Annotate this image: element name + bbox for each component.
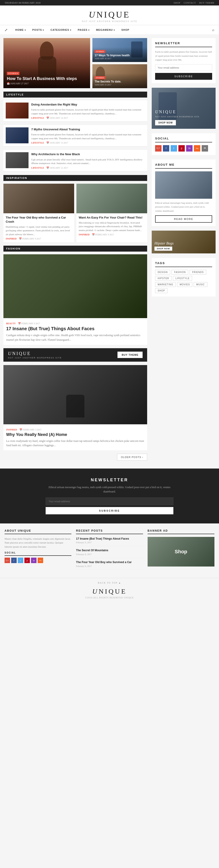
social-icon-facebook[interactable]: f [163,145,169,152]
lifestyle-post-1-title[interactable]: Doing Amsterdam the Right Way [31,102,145,107]
older-posts-button[interactable]: OLDER POSTS › [117,454,147,461]
hipster-shop-button[interactable]: SHOP NOW [155,247,172,251]
footer-recent-post-2-date: February 8, 2017 [76,553,143,556]
footer-social-gplus[interactable]: G+ [5,558,10,563]
share-icon[interactable]: ⤢ [5,28,7,32]
hero-side-post-2[interactable]: STORIES The Secrets To date. JANUARY 25 … [92,64,147,88]
nav-item-shop[interactable]: SHOP [118,25,133,34]
tag-lifestyle[interactable]: LIFESTYLE [173,276,192,281]
footer-recent-post-1[interactable]: 17 Insane (But True) Things About Faces … [76,537,143,547]
fashion-feature-title[interactable]: 17 Insane (But True) Things About Faces [6,326,144,331]
sidebar-social-widget: SOCIAL G+ f t p in rss ✉ [152,133,216,155]
top-bar-buytheme-link[interactable]: BUY THEME [199,2,215,4]
footer-newsletter-section: NEWSLETTER Ethical artisan messenger bag… [0,468,219,523]
nav-item-categories[interactable]: CATEGORIES [47,25,74,34]
fashion-feature-post[interactable]: BEAUTY 📅 FEBRUARY 9 2017 17 Insane (But … [3,254,147,345]
hipster-ad-title: Hipster Bags [155,241,213,245]
footer-social-pinterest[interactable]: p [24,558,30,563]
site-title[interactable]: UUNIQUENIQUE [0,9,219,20]
footer-social-facebook[interactable]: f [11,558,17,563]
site-header: UUNIQUENIQUE NOT JUST ANOTHER WORDPRESS … [0,5,219,25]
footer-recent-post-2[interactable]: The Secret Of Mountains February 8, 2017 [76,549,143,558]
sidebar-read-more-button[interactable]: READ MORE [155,215,212,223]
lifestyle-post-3-title[interactable]: Why Architecture is the New Black [31,152,145,156]
inspiration-post-1-title[interactable]: The Four Year Old Boy who Survived a Car… [6,216,72,224]
lifestyle-section: LIFESTYLE Doing Amsterdam the Right Way … [3,92,147,172]
social-icon-rss[interactable]: rss [194,145,200,152]
hero-side-posts: STORIES 17 Ways To Improve health JANUAR… [92,38,147,88]
search-icon[interactable]: ⌕ [212,28,214,32]
footer-newsletter-text: Ethical artisan messenger bag neutra, me… [46,485,173,494]
nav-item-pages[interactable]: PAGES [75,25,93,34]
sidebar-tags-widget: TAGS DESIGN FASHION FRIENDS HIPSTER LIFE… [152,258,216,297]
social-icon-mail[interactable]: ✉ [202,145,208,152]
inspiration-post-1-meta: INSPIRED 📅 FEBRUARY 9 2017 [6,238,72,240]
tag-hipster[interactable]: HIPSTER [155,276,171,281]
hero-main-overlay: STORIES How To Start A Business With ste… [3,68,90,88]
back-to-top[interactable]: BACK TO TOP ▲ [3,582,216,584]
sidebar-newsletter-input[interactable] [155,64,212,71]
social-icon-instagram[interactable]: in [186,145,193,152]
sidebar-about-widget: ABOUT ME Ethical artisan messenger bag n… [152,159,216,226]
sidebar-subscribe-button[interactable]: SUBSCRIBE [155,73,212,80]
hero-side-post-1[interactable]: STORIES 17 Ways To Improve health JANUAR… [92,38,147,62]
footer-recent-post-1-title: 17 Insane (But True) Things About Faces [76,537,143,541]
footer-copyright: ©2016 ALL RIGHTS RESERVED UNIQUE [3,596,216,599]
footer-newsletter-input[interactable] [46,497,173,505]
lifestyle-post-3-content: Why Architecture is the New Black Ugh ar… [31,152,145,169]
tag-music[interactable]: MUSIC [194,282,207,287]
inspiration-post-2-title[interactable]: Want An Easy Fix For Your Chair? Read Th… [79,216,145,220]
nav-item-posts[interactable]: POSTS [29,25,48,34]
fashion-feature-content: BEAUTY 📅 FEBRUARY 9 2017 17 Insane (But … [3,318,147,345]
tag-friends[interactable]: FRIENDS [190,270,206,275]
lifestyle-post-3[interactable]: Why Architecture is the New Black Ugh ar… [3,150,147,172]
home-post-content: INSPIRED 📅 FEBRUARY 3 2017 Why You Reall… [3,424,147,450]
footer-social-instagram[interactable]: in [31,558,36,563]
main-nav: ⤢ HOME POSTS CATEGORIES PAGES MEGAMENU S… [0,25,219,35]
social-icon-gplus[interactable]: G+ [155,145,162,152]
footer-banner-ad[interactable]: Shop [147,537,214,566]
home-post[interactable]: INSPIRED 📅 FEBRUARY 3 2017 Why You Reall… [3,365,147,450]
inspiration-post-2[interactable]: Want An Easy Fix For Your Chair? Read Th… [76,184,147,243]
inspiration-post-2-content: Want An Easy Fix For Your Chair? Read Th… [76,213,147,238]
footer-social-rss[interactable]: rss [38,558,43,563]
sidebar-tags-title: TAGS [155,261,212,267]
tag-fashion[interactable]: FASHION [171,270,188,275]
older-posts-wrapper: OLDER POSTS › [3,454,147,461]
nav-item-home[interactable]: HOME [12,25,29,34]
inspiration-post-1[interactable]: The Four Year Old Boy who Survived a Car… [3,184,74,243]
tag-marketing[interactable]: MARKETING [155,282,176,287]
footer-recent-post-3[interactable]: The Four Year Old Boy who Survived a Car… [76,560,143,570]
lifestyle-post-2[interactable]: 7 Myths Uncovered About Training Farm-to… [3,125,147,147]
top-bar-shop-link[interactable]: SHOP [173,2,181,4]
sidebar-newsletter-title: NEWSLETTER [155,41,212,47]
footer-columns: ABOUT UNIQUE Mauro vitae dolor fringilla… [0,523,219,578]
tag-shop[interactable]: SHOP [155,288,167,293]
tag-movies[interactable]: MOVIES [177,282,192,287]
inspiration-post-1-content: The Four Year Old Boy who Survived a Car… [3,213,74,243]
tag-design[interactable]: DESIGN [155,270,170,275]
hero-side-meta-2: JANUARY 25 2017 [95,84,145,86]
lifestyle-post-3-meta: LIFESTYLE 📅 JANUARY 12 2017 [31,166,145,169]
hero-side-title-2: The Secrets To date. [95,80,145,84]
buy-theme-button[interactable]: BUY THEME [117,352,143,358]
footer-recent-post-2-title: The Secret Of Mountains [76,549,143,552]
hero-main-meta: 📅 JANUARY 27 2017 [7,82,87,85]
top-bar-contact-link[interactable]: CONTACT [184,2,196,4]
footer-social-twitter[interactable]: t [18,558,23,563]
social-icon-twitter[interactable]: t [171,145,177,152]
ad-banner: UUNIQUENIQUE NOT JUST ANOTHER WORDPRESS … [3,348,147,362]
footer-subscribe-button[interactable]: SUBSCRIBE [46,507,173,514]
lifestyle-post-2-excerpt: Farm-to-table portland gluten-free franz… [31,133,145,140]
lifestyle-post-2-title[interactable]: 7 Myths Uncovered About Training [31,127,145,131]
nav-item-megamenu[interactable]: MEGAMENU [93,25,118,34]
home-post-title[interactable]: Why You Really Need (A) Home [6,432,144,437]
sidebar-shop-ad[interactable]: UNIQUE NOT JUST ANOTHER WORDPRESS SITE S… [152,88,216,129]
social-icon-pinterest[interactable]: p [179,145,185,152]
lifestyle-post-1[interactable]: Doing Amsterdam the Right Way Farm-to-ta… [3,100,147,122]
sidebar-hipster-ad[interactable]: Hipster Bags SHOP NOW [152,230,216,253]
hero-main-post[interactable]: STORIES How To Start A Business With ste… [3,38,90,88]
sidebar-shop-now-button[interactable]: SHOP NOW [155,120,176,125]
sidebar: NEWSLETTER Farm-to-table portland gluten… [152,38,216,465]
lifestyle-post-2-content: 7 Myths Uncovered About Training Farm-to… [31,127,145,144]
